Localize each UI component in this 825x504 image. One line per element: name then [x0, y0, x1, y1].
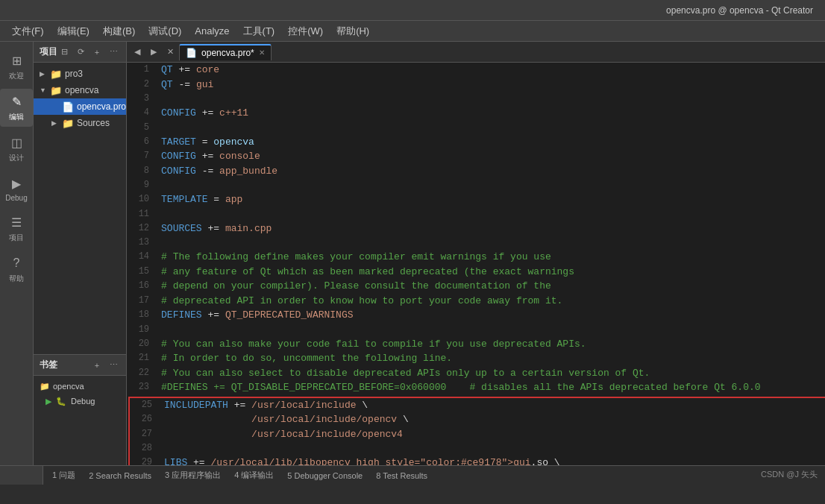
filter-btn[interactable]: ⊟: [57, 45, 71, 59]
line-number: 23: [127, 380, 155, 395]
line-content[interactable]: # depend on your compiler). Please consu…: [155, 279, 825, 294]
status-tab[interactable]: 3 应用程序输出: [159, 468, 227, 482]
sidebar-icon-welcome[interactable]: ⊞欢迎: [0, 48, 33, 86]
line-content[interactable]: [155, 92, 825, 106]
status-tab[interactable]: 8 Test Results: [370, 470, 433, 482]
sidebar-icon-help[interactable]: ?帮助: [0, 251, 33, 289]
line-content[interactable]: # deprecated API in order to know how to…: [155, 294, 825, 309]
menu-item[interactable]: 帮助(H): [330, 22, 375, 40]
line-content[interactable]: TARGET = opencva: [155, 135, 825, 150]
line-content[interactable]: [155, 236, 825, 250]
tab-close-btn[interactable]: ✕: [163, 44, 178, 60]
code-editor[interactable]: 1QT += core2QT -= gui34CONFIG += c++1156…: [127, 63, 825, 465]
line-content[interactable]: # any feature of Qt which as been marked…: [155, 265, 825, 280]
line-content[interactable]: # You can also make your code fail to co…: [155, 337, 825, 352]
file-panel-title: 项目: [40, 45, 57, 58]
bookmark-item[interactable]: 📁 opencva: [40, 379, 120, 394]
line-number: 29: [130, 456, 158, 465]
line-number: 18: [127, 308, 155, 323]
left-sidebar: ⊞欢迎✎编辑◫设计▶Debug☰项目?帮助: [0, 42, 34, 465]
title-bar: opencva.pro @ opencva - Qt Creator: [0, 0, 825, 21]
line-content[interactable]: [155, 323, 825, 337]
status-tab[interactable]: 1 问题: [46, 468, 81, 482]
line-content[interactable]: /usr/local/include/opencv \: [158, 412, 825, 427]
line-content[interactable]: QT += core: [155, 63, 825, 78]
status-tab[interactable]: 5 Debugger Console: [281, 470, 368, 482]
tree-label: opencva: [65, 85, 98, 95]
more-btn[interactable]: ⋯: [107, 45, 120, 59]
line-number: 7: [127, 149, 155, 164]
line-content[interactable]: QT -= gui: [155, 78, 825, 92]
sidebar-icon-project[interactable]: ☰项目: [0, 210, 33, 248]
menu-item[interactable]: 调试(D): [142, 22, 187, 40]
line-content[interactable]: # The following define makes your compil…: [155, 250, 825, 265]
tree-item-pro3[interactable]: ▶ 📁 pro3: [34, 66, 126, 82]
line-content[interactable]: CONFIG -= app_bundle: [155, 164, 825, 179]
sidebar-icon-edit[interactable]: ✎编辑: [0, 89, 33, 127]
status-tab[interactable]: 4 编译输出: [228, 468, 280, 482]
line-content[interactable]: INCLUDEPATH += /usr/local/include \: [158, 398, 825, 413]
line-number: 27: [130, 427, 158, 442]
line-content[interactable]: DEFINES += QT_DEPRECATED_WARNINGS: [155, 308, 825, 323]
line-content[interactable]: [155, 178, 825, 192]
sidebar-icon-design[interactable]: ◫设计: [0, 130, 33, 168]
menu-item[interactable]: 文件(F): [6, 22, 50, 40]
debug-icon: 🐛: [56, 397, 66, 406]
line-content[interactable]: #DEFINES += QT_DISABLE_DEPRECATED_BEFORE…: [155, 380, 825, 395]
edit-icon: ✎: [8, 93, 25, 110]
title-text: opencva.pro @ opencva - Qt Creator: [666, 5, 813, 16]
bottom-left-spacer: [0, 466, 43, 485]
line-number: 2: [127, 78, 155, 92]
add-btn[interactable]: +: [90, 45, 104, 59]
line-content[interactable]: CONFIG += console: [155, 149, 825, 164]
tree-arrow: ▶: [40, 70, 47, 78]
help-icon: ?: [8, 255, 25, 271]
menu-item[interactable]: 构建(B): [97, 22, 141, 40]
menu-item[interactable]: Analyze: [189, 23, 235, 39]
sidebar-icon-debug[interactable]: ▶Debug: [0, 171, 33, 207]
line-content[interactable]: [158, 441, 825, 456]
line-content[interactable]: [155, 207, 825, 221]
tree-item-opencva[interactable]: ▼ 📁 opencva: [34, 82, 126, 98]
bottom-debug-area: ▶ 🐛 Debug: [40, 394, 120, 409]
line-content[interactable]: CONFIG += c++11: [155, 106, 825, 121]
bookmark-label: opencva: [53, 382, 84, 391]
bookmarks-content: 📁 opencva ▶ 🐛 Debug: [34, 376, 126, 465]
code-line: 9: [127, 178, 825, 192]
bm-add-btn[interactable]: +: [90, 359, 104, 372]
tree-item-opencva-pro[interactable]: 📄 opencva.pro: [34, 98, 126, 115]
line-content[interactable]: /usr/local/include/opencv4: [158, 427, 825, 442]
tree-label: Sources: [77, 118, 110, 128]
line-number: 1: [127, 63, 155, 78]
tree-item-sources[interactable]: ▶ 📁 Sources: [34, 115, 126, 131]
line-number: 21: [127, 351, 155, 366]
line-content[interactable]: LIBS += /usr/local/lib/libopencv_high st…: [158, 456, 825, 465]
tab-back-btn[interactable]: ◀: [130, 44, 145, 60]
highlighted-code-section: 25INCLUDEPATH += /usr/local/include \26 …: [128, 397, 825, 466]
menu-item[interactable]: 工具(T): [237, 22, 281, 40]
tab-close-icon[interactable]: ✕: [259, 48, 265, 57]
status-tab[interactable]: 2 Search Results: [83, 470, 157, 482]
menu-item[interactable]: 控件(W): [282, 22, 329, 40]
line-number: 16: [127, 279, 155, 294]
sync-btn[interactable]: ⟳: [74, 45, 87, 59]
line-content[interactable]: TEMPLATE = app: [155, 192, 825, 207]
menu-item[interactable]: 编辑(E): [51, 22, 95, 40]
line-number: 20: [127, 337, 155, 352]
bottom-statusbar: 1 问题2 Search Results3 应用程序输出4 编译输出5 Debu…: [0, 465, 825, 485]
line-number: 26: [130, 412, 158, 427]
bm-more-btn[interactable]: ⋯: [107, 359, 120, 372]
tab-fwd-btn[interactable]: ▶: [146, 44, 161, 60]
code-line: 2QT -= gui: [127, 78, 825, 92]
line-number: 19: [127, 323, 155, 337]
line-content[interactable]: SOURCES += main.cpp: [155, 221, 825, 236]
code-line: 7CONFIG += console: [127, 149, 825, 164]
help-label: 帮助: [9, 274, 24, 284]
bottom-label: Debug: [71, 397, 95, 406]
editor-tab[interactable]: 📄 opencva.pro* ✕: [179, 44, 272, 60]
line-number: 12: [127, 221, 155, 236]
line-content[interactable]: [155, 121, 825, 135]
line-content[interactable]: # In order to do so, uncomment the follo…: [155, 351, 825, 366]
line-content[interactable]: # You can also select to disable depreca…: [155, 366, 825, 381]
code-line: 22# You can also select to disable depre…: [127, 366, 825, 381]
